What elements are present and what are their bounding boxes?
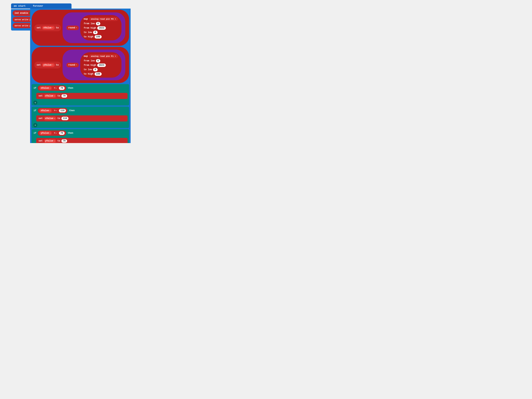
from-high-label-x: from high	[84, 27, 96, 29]
forever-label: forever	[33, 5, 43, 7]
val-70-3: 70	[59, 131, 65, 135]
set-label-x: set	[37, 26, 41, 29]
analog-p0-label: analog read pin P0 ▾	[91, 18, 116, 20]
set-xvalue-row: set xValue ▾ to round ▾	[32, 10, 129, 46]
then-label-1: then	[68, 87, 73, 89]
to-low-val-x: 0	[93, 31, 97, 34]
xvalue-label: xValue	[44, 26, 52, 29]
from-high-val-y: 1023	[97, 63, 106, 67]
set-yvalue-prefix[interactable]: set yValue ▾ to	[34, 62, 61, 69]
if-xvalue-lt70: if xValue▾ <▾ 70 then set xValue▾ to	[32, 84, 129, 106]
then-label-2: then	[69, 109, 75, 112]
round-dropdown-y: ▾	[76, 64, 77, 66]
forever-body: set xValue ▾ to round ▾	[30, 9, 131, 143]
map-label-y: map	[84, 55, 88, 57]
forever-block: forever set xValue ▾ to	[30, 3, 131, 143]
yvalue-var-pill[interactable]: yValue ▾	[42, 63, 55, 67]
to-high-val-y: 180	[95, 72, 102, 76]
xvalue-pill-set2[interactable]: xValue▾	[44, 117, 57, 120]
to-high-y: to high 180	[84, 72, 118, 76]
set-xvalue-110[interactable]: set xValue▾ to 110	[36, 115, 127, 121]
from-low-val-y: 0	[96, 59, 100, 63]
set-xvalue-70[interactable]: set xValue▾ to 70	[36, 93, 127, 99]
to-high-x: to high 180	[84, 35, 118, 38]
from-low-label-y: from low	[84, 59, 95, 62]
yvalue-dropdown: ▾	[52, 64, 53, 66]
set-yvalue-outer: set yValue ▾ to round ▾	[32, 47, 129, 83]
cond-yvalue-lt70[interactable]: yValue▾ <▾ 70	[38, 130, 66, 136]
from-low-y: from low 0	[84, 59, 118, 63]
if-xvalue-gt110: if xValue▾ >▾ 110 then set xValue▾ to 11…	[32, 107, 129, 128]
analog-pin-p1[interactable]: analog read pin P1 ▾	[89, 54, 118, 58]
round-dropdown-x: ▾	[76, 27, 77, 29]
lt-op-3[interactable]: <▾	[53, 131, 58, 135]
if-xvalue-gt110-header: if xValue▾ >▾ 110 then	[32, 107, 129, 115]
to-high-label-y: to high	[84, 73, 93, 75]
if-xvalue-lt70-footer: +	[32, 100, 129, 106]
from-high-val-x: 1023	[97, 26, 106, 30]
round-map-oval: round ▾ map analog read pin P0 ▾	[63, 13, 125, 43]
on-start-label: on start	[14, 5, 25, 7]
set-label-y: set	[37, 64, 41, 66]
round-label-y: round	[68, 64, 75, 66]
plus-button-1[interactable]: +	[33, 101, 37, 105]
to-high-val-x: 180	[95, 35, 102, 38]
analog-pin-p0[interactable]: analog read pin P0 ▾	[89, 17, 118, 21]
from-high-y: from high 1023	[84, 63, 118, 67]
round-label-x: round	[68, 26, 75, 29]
val-70-1: 70	[59, 86, 65, 90]
if-xvalue-lt70-body: set xValue▾ to 70	[32, 92, 129, 100]
analog-p1-label: analog read pin P1 ▾	[91, 55, 116, 57]
cond-xvalue-lt70[interactable]: xValue▾ <▾ 70	[38, 85, 66, 91]
xvalue-pill-set1[interactable]: xValue▾	[44, 94, 57, 98]
xvalue-var-pill[interactable]: xValue ▾	[42, 26, 55, 30]
if-label-3: if	[34, 132, 36, 134]
set-xvalue-prefix[interactable]: set xValue ▾ to	[34, 25, 61, 31]
then-label-3: then	[68, 132, 73, 134]
if-xvalue-gt110-footer: +	[32, 122, 129, 128]
map-header-y: map analog read pin P1 ▾	[84, 54, 118, 58]
if-label-1: if	[34, 87, 36, 89]
map-oval-x: map analog read pin P0 ▾ from low 0	[80, 15, 121, 40]
from-high-label-y: from high	[84, 64, 96, 67]
yvalue-pill-set3[interactable]: yValue▾	[44, 139, 57, 143]
if-label-2: if	[34, 109, 36, 112]
if-yvalue-lt70-body: set yValue▾ to 70	[32, 137, 129, 143]
round-pill-x[interactable]: round ▾	[66, 25, 79, 30]
plus-button-2[interactable]: +	[33, 123, 37, 127]
yvalue-pill-if3[interactable]: yValue▾	[39, 131, 52, 135]
forever-header: forever	[30, 3, 46, 9]
round-pill-y[interactable]: round ▾	[66, 63, 79, 67]
from-low-label-x: from low	[84, 22, 95, 25]
set-yvalue-70[interactable]: set yValue▾ to 70	[36, 138, 127, 143]
from-high-x: from high 1023	[84, 26, 118, 30]
gt-op-2[interactable]: >▾	[53, 109, 58, 112]
set-yvalue-row: set yValue ▾ to round ▾	[32, 47, 129, 83]
led-enable-label: led enable	[14, 12, 28, 14]
to-label-x: to	[56, 26, 58, 29]
to-low-val-y: 0	[93, 68, 97, 71]
to-low-y: to low 0	[84, 68, 118, 71]
to-label-y: to	[56, 64, 58, 66]
to-low-x: to low 0	[84, 31, 118, 34]
map-oval-y: map analog read pin P1 ▾ from low 0 fro	[80, 52, 121, 78]
set-val-70-1: 70	[61, 94, 67, 98]
if-yvalue-lt70: if yValue▾ <▾ 70 then set yValue▾ to 70	[32, 129, 129, 143]
if-xvalue-gt110-body: set xValue▾ to 110	[32, 115, 129, 122]
xvalue-pill-if1[interactable]: xValue▾	[39, 86, 52, 90]
if-yvalue-lt70-header: if yValue▾ <▾ 70 then	[32, 129, 129, 137]
xvalue-pill-if2[interactable]: xValue▾	[39, 109, 52, 113]
set-xvalue-outer: set xValue ▾ to round ▾	[32, 10, 129, 46]
yvalue-label: yValue	[44, 64, 52, 66]
map-header-x: map analog read pin P0 ▾	[84, 17, 118, 21]
to-low-label-x: to low	[84, 31, 92, 34]
round-map-oval-y: round ▾ map analog read pin P1 ▾	[63, 50, 125, 80]
lt-op-1[interactable]: <▾	[53, 86, 58, 90]
if-xvalue-lt70-header: if xValue▾ <▾ 70 then	[32, 84, 129, 92]
from-low-x: from low 0	[84, 22, 118, 25]
to-low-label-y: to low	[84, 68, 92, 71]
set-val-70-3: 70	[61, 139, 67, 143]
val-110-2: 110	[59, 109, 66, 112]
set-val-110-2: 110	[61, 117, 69, 120]
cond-xvalue-gt110[interactable]: xValue▾ >▾ 110	[38, 108, 68, 113]
